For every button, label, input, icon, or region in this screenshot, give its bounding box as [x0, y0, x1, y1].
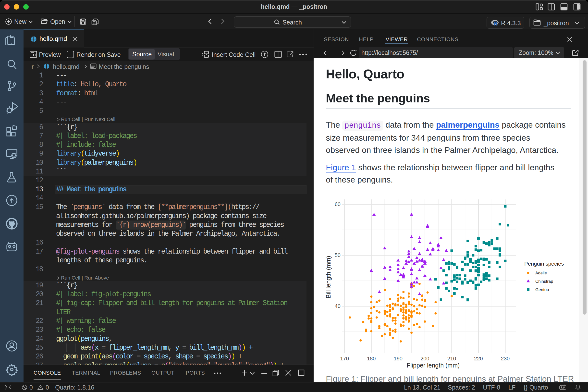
- svg-text:180: 180: [367, 356, 376, 362]
- svg-text:40: 40: [335, 303, 340, 309]
- svg-text:Adelie: Adelie: [535, 271, 547, 276]
- svg-text:200: 200: [420, 356, 429, 362]
- svg-text:Penguin species: Penguin species: [524, 261, 564, 267]
- svg-text:230: 230: [501, 356, 510, 362]
- svg-text:60: 60: [335, 202, 340, 207]
- svg-text:170: 170: [340, 356, 349, 362]
- svg-text:Flipper length (mm): Flipper length (mm): [407, 362, 460, 369]
- svg-text:Chinstrap: Chinstrap: [535, 279, 553, 284]
- svg-text:210: 210: [447, 356, 456, 362]
- svg-text:Gentoo: Gentoo: [535, 288, 549, 292]
- svg-text:Bill length (mm): Bill length (mm): [325, 256, 332, 298]
- svg-text:50: 50: [335, 252, 340, 258]
- svg-text:190: 190: [394, 356, 402, 362]
- svg-text:220: 220: [474, 356, 483, 362]
